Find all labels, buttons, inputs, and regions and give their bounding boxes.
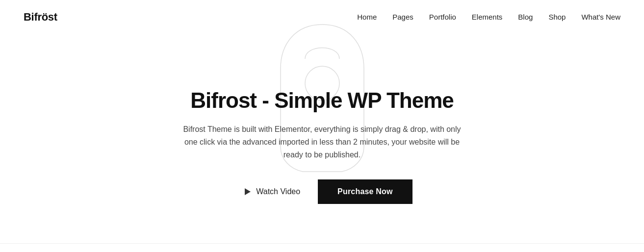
watch-video-label: Watch Video: [256, 187, 300, 196]
hero-buttons: Watch Video Purchase Now: [232, 179, 412, 204]
nav-link-portfolio[interactable]: Portfolio: [429, 13, 456, 21]
nav-link-shop[interactable]: Shop: [548, 13, 566, 21]
hero-description: Bifrost Theme is built with Elementor, e…: [178, 123, 467, 162]
hero-content: Bifrost - Simple WP Theme Bifrost Theme …: [178, 39, 467, 204]
nav-link-home[interactable]: Home: [357, 13, 377, 21]
hero-section: Bifrost - Simple WP Theme Bifrost Theme …: [0, 34, 644, 224]
nav-links: HomePagesPortfolioElementsBlogShopWhat's…: [357, 13, 620, 22]
hero-title: Bifrost - Simple WP Theme: [190, 88, 454, 113]
play-icon: [243, 187, 252, 196]
nav-link-what's-new[interactable]: What's New: [581, 13, 620, 21]
nav-link-pages[interactable]: Pages: [392, 13, 413, 21]
purchase-now-button[interactable]: Purchase Now: [318, 179, 412, 204]
nav-link-blog[interactable]: Blog: [518, 13, 533, 21]
watch-video-button[interactable]: Watch Video: [232, 180, 312, 203]
nav-link-elements[interactable]: Elements: [472, 13, 503, 21]
navbar: Bifröst HomePagesPortfolioElementsBlogSh…: [0, 0, 644, 34]
site-logo[interactable]: Bifröst: [24, 11, 57, 24]
filter-tabs: Show AllClassicCreativeMulti PurposeMini…: [0, 243, 644, 252]
